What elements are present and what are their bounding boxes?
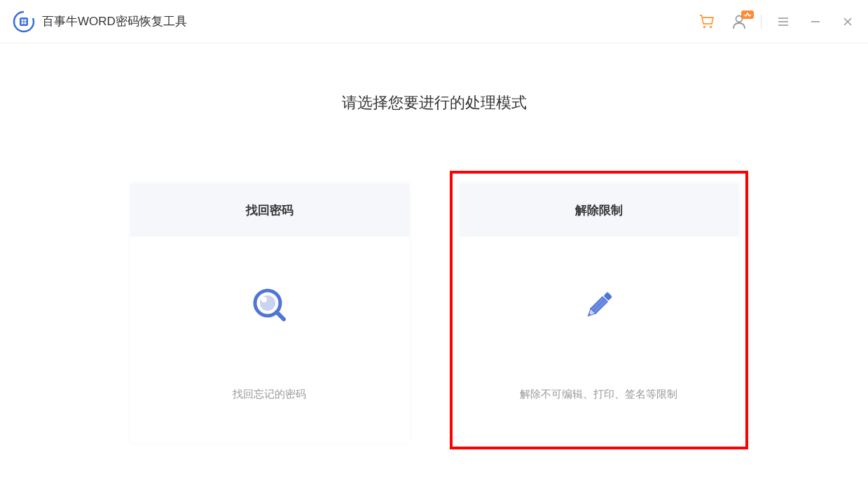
mode-cards: 找回密码 找回忘记的密码 解除限制	[130, 183, 738, 442]
pencil-edit-icon	[579, 286, 619, 325]
svg-rect-4	[22, 22, 24, 24]
user-badge-icon	[741, 10, 754, 19]
svg-point-7	[710, 25, 712, 28]
search-magnify-icon	[250, 286, 289, 325]
svg-point-6	[703, 25, 706, 28]
card-description: 找回忘记的密码	[233, 388, 306, 401]
cart-icon[interactable]	[698, 13, 716, 31]
svg-line-18	[277, 312, 284, 319]
svg-rect-1	[20, 18, 28, 26]
menu-icon[interactable]	[774, 13, 792, 31]
app-logo-icon	[13, 10, 35, 33]
app-title: 百事牛WORD密码恢复工具	[42, 13, 187, 29]
card-description: 解除不可编辑、打印、签名等限制	[520, 388, 677, 401]
card-title: 解除限制	[460, 183, 738, 237]
main-content: 请选择您要进行的处理模式 找回密码 找回忘记的密码 解除限制	[0, 43, 868, 442]
card-body: 找回忘记的密码	[130, 237, 409, 442]
minimize-button[interactable]	[806, 13, 825, 31]
card-remove-restriction[interactable]: 解除限制 解除不可编辑、打印、签名等限制	[460, 183, 738, 442]
user-icon[interactable]	[730, 13, 748, 31]
titlebar-right	[698, 13, 857, 31]
card-title: 找回密码	[130, 183, 409, 237]
page-heading: 请选择您要进行的处理模式	[342, 92, 527, 113]
svg-rect-5	[25, 22, 27, 24]
close-button[interactable]	[839, 13, 857, 31]
title-bar: 百事牛WORD密码恢复工具	[0, 0, 868, 43]
card-recover-password[interactable]: 找回密码 找回忘记的密码	[130, 183, 409, 442]
titlebar-left: 百事牛WORD密码恢复工具	[13, 10, 187, 33]
svg-rect-2	[22, 19, 24, 21]
svg-point-17	[261, 297, 267, 302]
titlebar-divider	[761, 15, 762, 29]
card-body: 解除不可编辑、打印、签名等限制	[460, 237, 738, 442]
svg-rect-3	[25, 19, 27, 21]
